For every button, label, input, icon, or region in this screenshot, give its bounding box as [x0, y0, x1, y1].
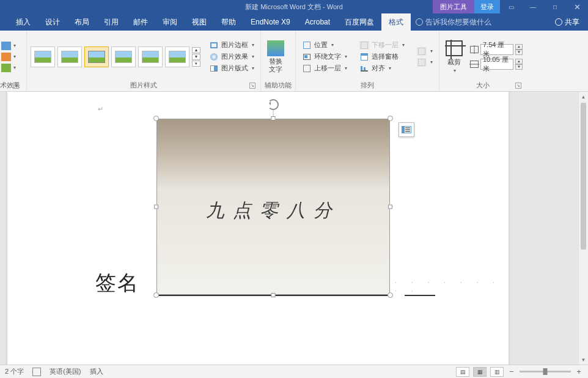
resize-handle-bm[interactable] — [271, 293, 276, 297]
close-icon[interactable]: ✕ — [566, 0, 588, 13]
layout-options-icon — [402, 126, 411, 133]
crop-icon — [446, 40, 463, 56]
align-icon — [359, 64, 369, 73]
alt-text-icon — [267, 40, 284, 56]
cmd-position[interactable]: 位置▾ — [300, 40, 350, 50]
status-bar: 2 个字 英语(美国) 插入 ▤ ▦ ▥ − + — [0, 365, 588, 378]
width-spinner[interactable]: ▲▼ — [515, 59, 523, 70]
cmd-picture-effects[interactable]: 图片效果▾ — [207, 51, 257, 62]
cmd-crop[interactable]: 裁剪 ▾ — [443, 39, 465, 75]
height-input[interactable]: 7.54 厘米 — [480, 44, 513, 55]
zoom-out-button[interactable]: − — [507, 367, 516, 376]
tab-endnote[interactable]: EndNote X9 — [243, 13, 298, 31]
reset-icon — [1, 64, 11, 72]
cmd-picture-border[interactable]: 图片边框▾ — [207, 40, 257, 50]
style-thumb-5[interactable] — [138, 46, 163, 67]
resize-handle-tr[interactable] — [388, 116, 393, 121]
resize-handle-tl[interactable] — [153, 116, 159, 121]
tab-references[interactable]: 引用 — [97, 13, 126, 31]
picture-content[interactable]: 九点零八分 — [156, 119, 390, 295]
resize-handle-ml[interactable] — [154, 205, 158, 209]
paragraph-mark: ↵ — [98, 105, 103, 113]
dialog-launcher-icon[interactable]: ↘ — [515, 83, 521, 89]
wrap-icon — [302, 53, 312, 61]
cmd-send-backward: 下移一层▾ — [357, 40, 407, 50]
scroll-up-icon[interactable]: ▲ — [579, 92, 588, 102]
tab-design[interactable]: 设计 — [38, 13, 67, 31]
style-thumb-6[interactable] — [165, 46, 189, 67]
style-thumb-1[interactable] — [31, 46, 55, 67]
cmd-reset[interactable]: ▾ — [0, 63, 17, 73]
cmd-wrap-text[interactable]: 环绕文字▾ — [300, 51, 350, 62]
resize-handle-mr[interactable] — [388, 205, 392, 209]
tell-me-search[interactable]: 告诉我你想要做什么 — [416, 17, 491, 28]
status-mode[interactable]: 插入 — [90, 367, 103, 376]
resize-handle-tm[interactable] — [271, 116, 276, 120]
style-thumb-3[interactable] — [84, 46, 109, 67]
view-web-layout[interactable]: ▥ — [490, 367, 504, 377]
picture-style-gallery[interactable]: ▲▼▾ — [31, 46, 200, 67]
vertical-scrollbar[interactable]: ▲ ▼ — [578, 92, 588, 365]
width-input[interactable]: 10.05 厘米 — [480, 59, 513, 70]
group-label-accessibility: 辅助功能 — [265, 80, 292, 90]
cmd-align[interactable]: 对齐▾ — [357, 63, 407, 73]
tab-acrobat[interactable]: Acrobat — [298, 13, 337, 31]
tab-layout[interactable]: 布局 — [67, 13, 97, 31]
view-read-mode[interactable]: ▤ — [456, 367, 469, 377]
maximize-icon[interactable]: □ — [544, 0, 566, 13]
status-word-count[interactable]: 2 个字 — [5, 367, 24, 376]
cmd-alt-text[interactable]: 替换 文字 — [265, 39, 287, 73]
style-thumb-2[interactable] — [57, 46, 82, 67]
rotate-handle[interactable] — [268, 99, 279, 110]
cmd-bring-forward[interactable]: 上移一层▾ — [300, 63, 350, 73]
backward-icon — [359, 41, 369, 50]
login-button[interactable]: 登录 — [474, 0, 500, 13]
tab-insert[interactable]: 插入 — [9, 13, 38, 31]
status-language[interactable]: 英语(美国) — [50, 367, 81, 376]
tab-format[interactable]: 格式 — [381, 13, 411, 31]
resize-handle-bl[interactable] — [153, 292, 159, 298]
title-bar: 新建 Microsoft Word 文档 - Word 图片工具 登录 ▭ ― … — [0, 0, 588, 13]
minimize-icon[interactable]: ― — [522, 0, 544, 13]
zoom-slider[interactable] — [520, 371, 571, 372]
resize-handle-br[interactable] — [388, 292, 393, 298]
cmd-selection-pane[interactable]: 选择窗格 — [357, 51, 407, 62]
group-label-arrange: 排列 — [300, 80, 435, 90]
size-width: 10.05 厘米 ▲▼ — [470, 59, 523, 70]
group-label-size: 大小 — [476, 81, 490, 90]
tab-baidu[interactable]: 百度网盘 — [337, 13, 381, 31]
scroll-thumb[interactable] — [581, 103, 586, 250]
signature-label[interactable]: 签名 — [95, 269, 139, 297]
tab-mailings[interactable]: 邮件 — [126, 13, 155, 31]
cmd-rotate[interactable]: ▾ — [414, 57, 435, 67]
tab-review[interactable]: 审阅 — [155, 13, 185, 31]
status-proof-icon[interactable] — [32, 368, 41, 376]
page[interactable]: ↵ 签名 · · · · · · · · · 九点零八分 — [7, 92, 509, 365]
gallery-more[interactable]: ▲▼▾ — [192, 47, 200, 67]
tell-me-label: 告诉我你想要做什么 — [425, 17, 491, 28]
group-icon — [417, 47, 427, 56]
cmd-group: ▾ — [414, 46, 435, 56]
height-icon — [470, 46, 479, 53]
selected-picture[interactable]: 九点零八分 — [156, 119, 390, 295]
ribbon-display-options-icon[interactable]: ▭ — [500, 0, 522, 13]
style-thumb-4[interactable] — [111, 46, 136, 67]
cmd-change[interactable]: ▾ — [0, 52, 17, 62]
dialog-launcher-icon[interactable]: ↘ — [13, 83, 19, 89]
tab-view[interactable]: 视图 — [185, 13, 214, 31]
zoom-in-button[interactable]: + — [575, 367, 583, 376]
tab-help[interactable]: 帮助 — [214, 13, 243, 31]
share-button[interactable]: 共享 — [555, 17, 579, 28]
contextual-tab-picture-tools[interactable]: 图片工具 — [433, 0, 474, 13]
document-area[interactable]: ↵ 签名 · · · · · · · · · 九点零八分 ▲ ▼ — [0, 92, 588, 365]
scroll-down-icon[interactable]: ▼ — [579, 355, 588, 365]
dialog-launcher-icon[interactable]: ↘ — [249, 83, 255, 89]
view-print-layout[interactable]: ▦ — [473, 367, 487, 377]
cmd-compress[interactable]: ▾ — [0, 41, 17, 51]
height-spinner[interactable]: ▲▼ — [515, 44, 523, 55]
group-label-styles: 图片样式 — [130, 81, 157, 90]
layout-options-button[interactable] — [399, 122, 414, 137]
layout-icon — [209, 64, 219, 73]
cmd-picture-layout[interactable]: 图片版式▾ — [207, 63, 257, 73]
share-icon — [555, 18, 562, 26]
